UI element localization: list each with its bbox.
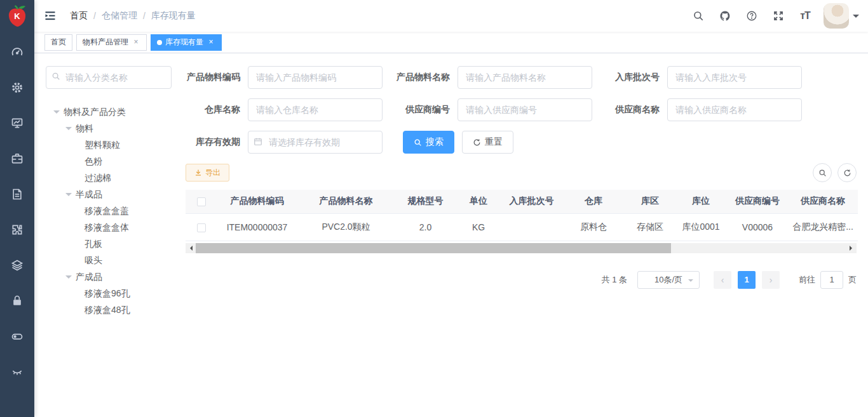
- tree-node[interactable]: 半成品: [46, 187, 172, 203]
- category-search-input[interactable]: [46, 66, 172, 89]
- tree-node[interactable]: 物料: [46, 121, 172, 137]
- sidebar-item-hide[interactable]: [0, 354, 34, 390]
- tree-node[interactable]: 色粉: [46, 154, 172, 170]
- inventory-table: 产品物料编码 产品物料名称 规格型号 单位 入库批次号 仓库 库区 库位 供应商…: [186, 190, 858, 241]
- sidebar-item-dashboard[interactable]: [0, 34, 34, 70]
- item-code-input[interactable]: [248, 66, 383, 89]
- form-item-batch-no: 入库批次号: [605, 66, 802, 89]
- chevron-down-icon: [688, 279, 693, 284]
- cell-supplier-code: V00006: [727, 213, 788, 241]
- scrollbar-track[interactable]: [196, 243, 846, 253]
- field-label: 供应商编号: [395, 104, 458, 116]
- pagination: 共 1 条 10条/页 ‹ 1 › 前往 页: [186, 271, 857, 289]
- tab-material-product[interactable]: 物料产品管理 ×: [76, 34, 147, 51]
- search-button[interactable]: 搜索: [403, 131, 454, 154]
- horizontal-scrollbar[interactable]: [186, 243, 857, 253]
- column-header: 产品物料编码: [217, 190, 297, 213]
- scroll-left-arrow[interactable]: [186, 243, 196, 253]
- tree-node-label: 物料及产品分类: [64, 107, 126, 118]
- tree-node[interactable]: 吸头: [46, 253, 172, 269]
- batch-no-input[interactable]: [667, 66, 802, 89]
- avatar[interactable]: [824, 3, 849, 29]
- sidebar-item-tools[interactable]: [0, 141, 34, 176]
- refresh-table-button[interactable]: [837, 163, 857, 182]
- active-tab-dot: [157, 40, 162, 45]
- chevron-down-icon: [853, 15, 859, 21]
- goto-page-input[interactable]: [820, 271, 843, 289]
- tree-node[interactable]: 移液盒盒盖: [46, 203, 172, 220]
- sidebar-item-monitor[interactable]: [0, 105, 34, 141]
- github-link-button[interactable]: [714, 3, 736, 29]
- tree-node-label: 物料: [76, 123, 93, 135]
- export-button[interactable]: 导出: [186, 164, 229, 182]
- row-checkbox[interactable]: [197, 223, 206, 232]
- caret-down-icon[interactable]: [65, 275, 72, 282]
- sidebar-item-document[interactable]: [0, 176, 34, 212]
- hamburger-toggle-button[interactable]: [34, 0, 66, 32]
- supplier-name-input[interactable]: [667, 98, 802, 121]
- github-icon: [719, 10, 731, 22]
- page-size-select[interactable]: 10条/页: [637, 271, 700, 289]
- table-header-row: 产品物料编码 产品物料名称 规格型号 单位 入库批次号 仓库 库区 库位 供应商…: [186, 190, 858, 213]
- tab-label: 库存现有量: [165, 37, 203, 48]
- close-icon[interactable]: ×: [132, 38, 140, 47]
- gear-icon: [11, 81, 24, 94]
- tree-node[interactable]: 孔板: [46, 236, 172, 253]
- caret-down-icon[interactable]: [65, 193, 72, 199]
- tree-node[interactable]: 产成品: [46, 269, 172, 286]
- app-logo[interactable]: K: [0, 0, 34, 32]
- caret-down-icon[interactable]: [53, 110, 60, 117]
- tab-home[interactable]: 首页: [44, 34, 72, 51]
- tree-node-label: 移液盒48孔: [85, 305, 130, 316]
- tree-node[interactable]: 过滤棉: [46, 170, 172, 187]
- item-name-input[interactable]: [458, 66, 592, 89]
- category-tree-panel: 物料及产品分类 物料 塑料颗粒 色粉 过滤棉: [46, 66, 172, 417]
- sidebar-item-toggle[interactable]: [0, 319, 34, 354]
- cell-location: 库位0001: [675, 213, 727, 241]
- sidebar: K: [0, 0, 34, 417]
- reset-button[interactable]: 重置: [462, 131, 513, 154]
- cell-supplier-name: 合肥龙兴精密...: [788, 213, 858, 241]
- prev-page-button[interactable]: ‹: [714, 271, 731, 289]
- close-icon[interactable]: ×: [207, 38, 215, 47]
- tree-node[interactable]: 移液盒盒体: [46, 220, 172, 236]
- toggle-search-button[interactable]: [813, 163, 832, 182]
- tree-node[interactable]: 物料及产品分类: [46, 104, 172, 121]
- sidebar-item-plugin[interactable]: [0, 212, 34, 248]
- tree-search: [46, 66, 172, 89]
- sidebar-item-system[interactable]: [0, 70, 34, 105]
- pager: ‹ 1 ›: [714, 271, 780, 289]
- sidebar-item-security[interactable]: [0, 283, 34, 319]
- form-item-warehouse-name: 仓库名称: [186, 98, 383, 121]
- breadcrumb-home[interactable]: 首页: [70, 10, 88, 22]
- header-search-button[interactable]: [688, 3, 709, 29]
- page-number-button[interactable]: 1: [738, 271, 756, 289]
- toolbar-right: [813, 163, 857, 182]
- column-header: 供应商名称: [788, 190, 858, 213]
- inventory-panel: 产品物料编码 产品物料名称 入库批次号: [186, 66, 857, 417]
- breadcrumb-current: 库存现有量: [151, 10, 196, 22]
- help-button[interactable]: [741, 3, 763, 29]
- font-size-button[interactable]: тT: [794, 3, 816, 29]
- fullscreen-button[interactable]: [768, 3, 789, 29]
- scroll-right-arrow[interactable]: [846, 243, 857, 253]
- next-page-button[interactable]: ›: [762, 271, 780, 289]
- supplier-code-input[interactable]: [458, 98, 592, 121]
- scrollbar-thumb[interactable]: [196, 243, 671, 253]
- table-row[interactable]: ITEM00000037 PVC2.0颗粒 2.0 KG 原料仓 存储区 库位0…: [186, 213, 858, 241]
- caret-down-icon[interactable]: [65, 127, 72, 133]
- expiry-date-input[interactable]: [248, 131, 383, 154]
- user-menu[interactable]: [824, 3, 859, 29]
- warehouse-name-input[interactable]: [248, 98, 383, 121]
- export-button-label: 导出: [205, 168, 220, 178]
- form-item-supplier-name: 供应商名称: [605, 98, 802, 121]
- select-all-checkbox[interactable]: [197, 197, 206, 206]
- tree-node[interactable]: 塑料颗粒: [46, 137, 172, 154]
- sidebar-item-layers[interactable]: [0, 248, 34, 283]
- tree-node[interactable]: 移液盒48孔: [46, 302, 172, 319]
- tree-node-label: 产成品: [76, 272, 102, 283]
- field-label: 供应商名称: [605, 104, 667, 116]
- tab-inventory-onhand[interactable]: 库存现有量 ×: [151, 34, 222, 51]
- column-header: 产品物料名称: [297, 190, 395, 213]
- tree-node[interactable]: 移液盒96孔: [46, 286, 172, 302]
